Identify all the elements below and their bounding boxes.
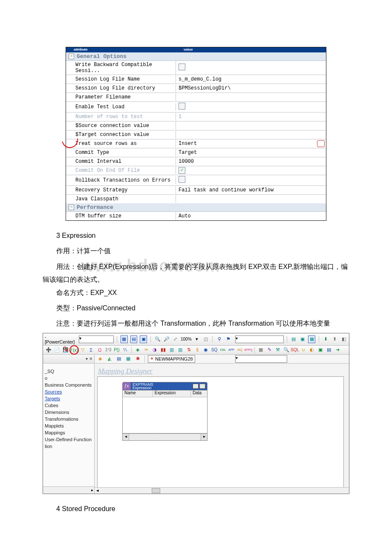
property-row[interactable]: Enable Test Load — [66, 101, 326, 112]
property-value[interactable]: s_m_demo_C.log — [176, 75, 326, 83]
property-row[interactable]: DTM buffer size Auto — [66, 211, 326, 220]
tab-ic5-icon[interactable]: ✱ — [134, 356, 141, 362]
tab-ic1-icon[interactable]: ◈ — [97, 356, 104, 362]
checkbox[interactable] — [179, 103, 185, 110]
section-general-options[interactable]: − General Options — [66, 52, 326, 61]
copy-icon[interactable]: ▣ — [300, 336, 306, 343]
pal-xml-icon[interactable]: XML — [219, 347, 226, 353]
property-value[interactable]: Insert — [176, 140, 326, 147]
col-datatype[interactable]: Data — [191, 390, 207, 397]
nav-scrollbar[interactable]: ▸ — [43, 486, 94, 494]
pal-filter-icon[interactable]: ▽ — [79, 347, 86, 353]
nav-item[interactable]: User-Defined Function — [43, 436, 94, 443]
tab-ic3-icon[interactable]: ▤ — [115, 356, 122, 362]
view3-icon[interactable]: ▣ — [140, 335, 147, 343]
nav-item[interactable]: Sources — [43, 388, 94, 395]
property-row[interactable]: Commit TypeTarget — [66, 148, 326, 157]
zoom-dropdown-icon[interactable]: ▾ — [194, 336, 200, 343]
transformation-titlebar[interactable]: ƒx EXPTRANS Expression ? - — [122, 382, 208, 390]
property-value[interactable]: Auto — [176, 212, 326, 220]
pal-123-icon[interactable]: 1²3 — [105, 347, 112, 353]
find-icon[interactable]: ⚑ — [225, 336, 231, 343]
nav-item[interactable]: Mapplets — [43, 422, 94, 429]
property-value[interactable] — [176, 96, 326, 98]
property-row[interactable]: $Source connection value — [66, 121, 326, 130]
pal-save-icon[interactable]: 💾 — [62, 347, 69, 353]
pal-search-icon[interactable]: 🔍 — [283, 347, 290, 353]
property-row[interactable]: Commit Interval10000 — [66, 157, 326, 166]
repository-dropdown[interactable]: ▾ — [79, 335, 114, 343]
checkbox[interactable] — [179, 176, 185, 183]
transformation-scrollbar[interactable]: ◂▸ — [122, 434, 208, 441]
pal-custom-icon[interactable]: § — [194, 347, 201, 353]
workspace-scrollbar[interactable]: ◂ — [95, 487, 349, 494]
property-row[interactable]: Java Classpath — [66, 194, 326, 203]
property-value[interactable] — [176, 63, 326, 73]
pal-app-icon[interactable]: APP — [228, 347, 235, 353]
nav-item[interactable]: Business Components — [43, 382, 94, 388]
pal-router-icon[interactable]: ✂ — [143, 347, 150, 353]
property-value[interactable] — [176, 125, 326, 127]
export-icon[interactable]: ⬆ — [331, 336, 338, 343]
pal-aggregator-icon[interactable]: Σ — [88, 347, 95, 353]
property-row[interactable]: Rollback Transactions on Errors — [66, 175, 326, 185]
nav-item[interactable]: _SQ — [43, 368, 94, 375]
property-row[interactable]: Commit On End Of File✓ — [66, 166, 326, 175]
property-value[interactable]: Fail task and continue workflow — [176, 186, 326, 194]
property-row[interactable]: Recovery StrategyFail task and continue … — [66, 185, 326, 194]
tab-ic2-icon[interactable]: ◭ — [106, 356, 113, 362]
pal-rank-icon[interactable]: Ω — [96, 347, 103, 353]
zoom-level[interactable]: 100% — [181, 337, 192, 341]
collapse-icon[interactable]: − — [69, 205, 74, 210]
col-expression[interactable]: Expression — [153, 390, 191, 397]
property-value[interactable]: 10000 — [176, 158, 326, 165]
property-value[interactable] — [176, 175, 326, 185]
pal-tool3-icon[interactable]: ⚒ — [274, 347, 281, 353]
pal-sorter-icon[interactable]: ⇅ — [185, 347, 192, 353]
pal-ext-icon[interactable]: ᴾ⁄ₛ — [122, 347, 129, 353]
pal-open-icon[interactable]: 📄 — [54, 347, 61, 353]
pal-sql-icon[interactable]: SQL — [291, 347, 298, 353]
property-value[interactable]: Target — [176, 149, 326, 156]
pal-sq-icon[interactable]: SQ — [211, 347, 218, 353]
link-icon[interactable]: ⚲ — [216, 336, 222, 343]
pal-t5-icon[interactable]: ▤ — [326, 347, 332, 353]
pal-appq-icon[interactable]: APPQ — [245, 347, 252, 353]
checkbox[interactable]: ✓ — [179, 167, 185, 174]
pal-joiner-icon[interactable]: ◈ — [134, 347, 141, 353]
checkbox[interactable] — [179, 64, 185, 70]
pal-lkp-icon[interactable]: ◑ — [151, 347, 158, 353]
zoom-fit-icon[interactable]: ⤢ — [172, 336, 179, 343]
property-row[interactable]: $Target connection value — [66, 130, 326, 139]
nav-item[interactable]: tion — [43, 443, 94, 450]
nav-item[interactable]: Dimensions — [43, 409, 94, 416]
property-row[interactable]: Session Log File Names_m_demo_C.log — [66, 75, 326, 84]
pal-tool2-icon[interactable]: ✎ — [266, 347, 273, 353]
property-value[interactable]: 1 — [176, 113, 326, 121]
property-row[interactable]: Treat source rows asInsert — [66, 139, 326, 148]
nav-item[interactable]: o — [43, 375, 94, 382]
pal-t4-icon[interactable]: ▣ — [317, 347, 324, 353]
property-value[interactable] — [176, 102, 326, 112]
nav-item[interactable]: Mappings — [43, 429, 94, 436]
col-name[interactable]: Name — [123, 390, 153, 397]
property-row[interactable]: Session Log File directory$PMSessionLogD… — [66, 84, 326, 92]
property-row[interactable]: Number of rows to test1 — [66, 112, 326, 121]
property-value[interactable] — [176, 134, 326, 136]
property-value[interactable] — [176, 198, 326, 200]
right-dropdown[interactable]: ▾ — [235, 335, 284, 343]
save-icon[interactable]: ▤ — [291, 336, 297, 343]
expression-transformation-window[interactable]: ƒx EXPTRANS Expression ? - — [122, 382, 208, 441]
view1-icon[interactable]: ▦ — [121, 335, 128, 343]
property-row[interactable]: Write Backward Compatible Sessi... — [66, 61, 326, 75]
collapse-icon[interactable]: - — [199, 384, 205, 389]
pal-proc-icon[interactable]: P() — [113, 347, 120, 353]
property-value[interactable]: $PMSessionLogDir\ — [176, 84, 326, 92]
pal-new-icon[interactable]: ➕ — [45, 347, 52, 353]
min-icon[interactable]: ? — [193, 384, 199, 389]
nav-item[interactable]: Transformations — [43, 416, 94, 422]
import-icon[interactable]: ⬇ — [323, 336, 329, 343]
pal-update-icon[interactable]: ▮▮ — [160, 347, 167, 353]
zoom-out-icon[interactable]: 🔎 — [163, 336, 170, 343]
paste-icon[interactable]: ▦ — [308, 335, 315, 343]
